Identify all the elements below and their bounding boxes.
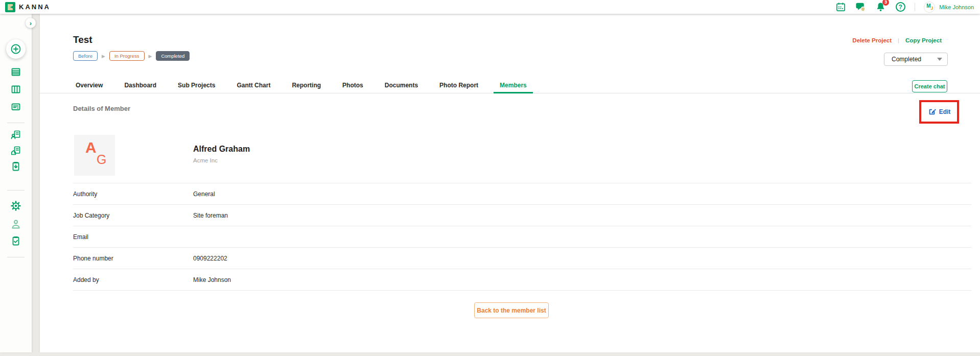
- project-status-flow: Before ▶ In Progress ▶ Completed: [73, 51, 190, 61]
- user-name: Mike Johnson: [939, 4, 974, 10]
- board-view-icon[interactable]: [10, 84, 21, 95]
- actions-separator: |: [898, 37, 899, 43]
- status-step-before: Before: [73, 51, 98, 61]
- top-bar-actions: 3 ? M J Mike Johnson: [835, 2, 974, 13]
- status-dropdown-value: Completed: [892, 56, 921, 63]
- edit-button[interactable]: Edit: [928, 108, 951, 116]
- import-icon[interactable]: [10, 161, 21, 172]
- brand-name: KANNA: [19, 3, 51, 11]
- member-avatar: A G: [74, 135, 115, 176]
- edit-label: Edit: [939, 108, 951, 115]
- sidebar: ›: [0, 14, 32, 352]
- member-projects-icon[interactable]: [10, 129, 21, 140]
- member-details-table: Authority General Job Category Site fore…: [73, 183, 971, 291]
- help-icon[interactable]: ?: [895, 2, 906, 13]
- project-title: Test: [73, 34, 92, 45]
- sidebar-expand-button[interactable]: ›: [26, 18, 36, 28]
- tasks-icon[interactable]: [10, 235, 21, 247]
- field-value: Mike Johnson: [193, 276, 231, 283]
- section-title: Details of Member: [73, 105, 130, 112]
- sidebar-divider: [7, 123, 25, 123]
- create-chat-button[interactable]: Create chat: [912, 80, 947, 92]
- tab-photos[interactable]: Photos: [336, 79, 369, 93]
- status-step-in-progress: In Progress: [109, 51, 145, 61]
- field-value: General: [193, 191, 215, 198]
- field-value: Site foreman: [193, 212, 228, 219]
- card-view-icon[interactable]: [10, 101, 21, 112]
- profile-icon[interactable]: [10, 219, 21, 230]
- tab-overview[interactable]: Overview: [69, 79, 109, 93]
- kanna-logo-icon: [5, 2, 15, 12]
- table-row: Job Category Site foreman: [73, 205, 971, 226]
- settings-icon[interactable]: [10, 200, 21, 211]
- table-row: Authority General: [73, 183, 971, 205]
- status-step-completed: Completed: [156, 51, 190, 61]
- list-view-icon[interactable]: [10, 66, 21, 78]
- top-bar-divider: [915, 3, 915, 11]
- edit-icon: [928, 108, 936, 116]
- back-to-member-list-button[interactable]: Back to the member list: [474, 302, 549, 318]
- app-window: KANNA: [0, 0, 980, 356]
- sidebar-divider: [7, 190, 25, 191]
- field-value: 0909222202: [193, 255, 227, 262]
- tab-documents[interactable]: Documents: [379, 79, 424, 93]
- table-row: Email: [73, 226, 971, 248]
- table-row: Phone number 0909222202: [73, 248, 971, 269]
- arrow-right-icon: ▶: [102, 54, 105, 59]
- sidebar-divider: [7, 257, 25, 257]
- tab-photo-report[interactable]: Photo Report: [433, 79, 484, 93]
- project-actions: Delete Project | Copy Project: [852, 37, 942, 43]
- field-label: Authority: [73, 191, 193, 198]
- tab-sub-projects[interactable]: Sub Projects: [172, 79, 221, 93]
- user-menu[interactable]: M J Mike Johnson: [924, 2, 974, 13]
- field-label: Added by: [73, 276, 193, 283]
- chat-icon[interactable]: [855, 2, 866, 13]
- tab-members[interactable]: Members: [494, 79, 533, 93]
- member-name: Alfred Graham: [193, 145, 250, 154]
- field-label: Job Category: [73, 212, 193, 219]
- member-company: Acme Inc: [193, 157, 218, 163]
- top-bar: KANNA: [0, 0, 980, 14]
- kanna-logo[interactable]: KANNA: [5, 2, 51, 12]
- company-projects-icon[interactable]: [10, 145, 21, 156]
- chevron-down-icon: [937, 58, 942, 61]
- notification-badge: 3: [882, 0, 889, 6]
- arrow-right-icon: ▶: [149, 54, 152, 59]
- add-icon[interactable]: [6, 39, 26, 59]
- main-content: Test Before ▶ In Progress ▶ Completed De…: [40, 14, 980, 352]
- user-avatar: M J: [924, 2, 935, 13]
- calendar-icon[interactable]: [835, 2, 846, 13]
- table-row: Added by Mike Johnson: [73, 269, 971, 291]
- project-tabs: Overview Dashboard Sub Projects Gantt Ch…: [40, 79, 980, 93]
- delete-project-link[interactable]: Delete Project: [852, 37, 892, 43]
- tab-gantt-chart[interactable]: Gantt Chart: [230, 79, 276, 93]
- project-status-dropdown[interactable]: Completed: [884, 53, 948, 66]
- tab-reporting[interactable]: Reporting: [286, 79, 327, 93]
- edit-highlight-box: Edit: [919, 100, 959, 124]
- field-label: Email: [73, 233, 193, 241]
- field-label: Phone number: [73, 255, 193, 262]
- tab-dashboard[interactable]: Dashboard: [118, 79, 162, 93]
- bell-icon[interactable]: 3: [875, 2, 886, 13]
- copy-project-link[interactable]: Copy Project: [905, 37, 942, 43]
